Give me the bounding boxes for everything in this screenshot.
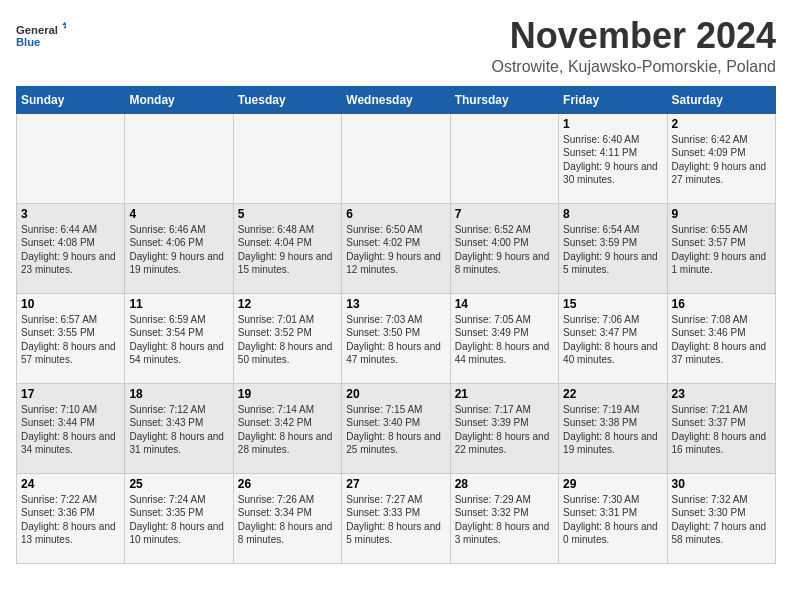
day-number: 23: [672, 387, 771, 401]
calendar-cell-1-4: 7Sunrise: 6:52 AM Sunset: 4:00 PM Daylig…: [450, 203, 558, 293]
day-number: 30: [672, 477, 771, 491]
day-info: Sunrise: 7:29 AM Sunset: 3:32 PM Dayligh…: [455, 493, 554, 547]
day-number: 28: [455, 477, 554, 491]
day-number: 25: [129, 477, 228, 491]
day-info: Sunrise: 7:08 AM Sunset: 3:46 PM Dayligh…: [672, 313, 771, 367]
day-number: 18: [129, 387, 228, 401]
svg-marker-3: [64, 25, 67, 28]
day-info: Sunrise: 6:44 AM Sunset: 4:08 PM Dayligh…: [21, 223, 120, 277]
calendar-cell-2-0: 10Sunrise: 6:57 AM Sunset: 3:55 PM Dayli…: [17, 293, 125, 383]
week-row-4: 17Sunrise: 7:10 AM Sunset: 3:44 PM Dayli…: [17, 383, 776, 473]
calendar-cell-0-1: [125, 113, 233, 203]
calendar-cell-1-0: 3Sunrise: 6:44 AM Sunset: 4:08 PM Daylig…: [17, 203, 125, 293]
day-number: 1: [563, 117, 662, 131]
week-row-2: 3Sunrise: 6:44 AM Sunset: 4:08 PM Daylig…: [17, 203, 776, 293]
logo: General Blue: [16, 16, 66, 56]
calendar-cell-3-0: 17Sunrise: 7:10 AM Sunset: 3:44 PM Dayli…: [17, 383, 125, 473]
day-number: 6: [346, 207, 445, 221]
calendar-cell-0-3: [342, 113, 450, 203]
calendar-cell-3-2: 19Sunrise: 7:14 AM Sunset: 3:42 PM Dayli…: [233, 383, 341, 473]
calendar-cell-4-5: 29Sunrise: 7:30 AM Sunset: 3:31 PM Dayli…: [559, 473, 667, 563]
day-info: Sunrise: 6:59 AM Sunset: 3:54 PM Dayligh…: [129, 313, 228, 367]
day-info: Sunrise: 7:24 AM Sunset: 3:35 PM Dayligh…: [129, 493, 228, 547]
day-info: Sunrise: 7:17 AM Sunset: 3:39 PM Dayligh…: [455, 403, 554, 457]
day-number: 20: [346, 387, 445, 401]
calendar-cell-3-5: 22Sunrise: 7:19 AM Sunset: 3:38 PM Dayli…: [559, 383, 667, 473]
weekday-header-row: SundayMondayTuesdayWednesdayThursdayFrid…: [17, 86, 776, 113]
day-number: 4: [129, 207, 228, 221]
day-number: 12: [238, 297, 337, 311]
day-info: Sunrise: 7:15 AM Sunset: 3:40 PM Dayligh…: [346, 403, 445, 457]
day-info: Sunrise: 7:21 AM Sunset: 3:37 PM Dayligh…: [672, 403, 771, 457]
calendar-cell-4-0: 24Sunrise: 7:22 AM Sunset: 3:36 PM Dayli…: [17, 473, 125, 563]
day-number: 5: [238, 207, 337, 221]
calendar-cell-3-6: 23Sunrise: 7:21 AM Sunset: 3:37 PM Dayli…: [667, 383, 775, 473]
calendar-cell-3-4: 21Sunrise: 7:17 AM Sunset: 3:39 PM Dayli…: [450, 383, 558, 473]
weekday-header-monday: Monday: [125, 86, 233, 113]
calendar-cell-1-6: 9Sunrise: 6:55 AM Sunset: 3:57 PM Daylig…: [667, 203, 775, 293]
day-number: 29: [563, 477, 662, 491]
day-number: 7: [455, 207, 554, 221]
day-info: Sunrise: 6:54 AM Sunset: 3:59 PM Dayligh…: [563, 223, 662, 277]
day-number: 19: [238, 387, 337, 401]
calendar-cell-0-2: [233, 113, 341, 203]
day-info: Sunrise: 7:12 AM Sunset: 3:43 PM Dayligh…: [129, 403, 228, 457]
title-block: November 2024 Ostrowite, Kujawsko-Pomors…: [491, 16, 776, 76]
svg-marker-2: [62, 22, 66, 25]
day-info: Sunrise: 6:57 AM Sunset: 3:55 PM Dayligh…: [21, 313, 120, 367]
calendar-cell-4-3: 27Sunrise: 7:27 AM Sunset: 3:33 PM Dayli…: [342, 473, 450, 563]
day-number: 10: [21, 297, 120, 311]
calendar-cell-2-5: 15Sunrise: 7:06 AM Sunset: 3:47 PM Dayli…: [559, 293, 667, 383]
day-info: Sunrise: 7:14 AM Sunset: 3:42 PM Dayligh…: [238, 403, 337, 457]
week-row-3: 10Sunrise: 6:57 AM Sunset: 3:55 PM Dayli…: [17, 293, 776, 383]
calendar-cell-2-3: 13Sunrise: 7:03 AM Sunset: 3:50 PM Dayli…: [342, 293, 450, 383]
calendar-cell-4-6: 30Sunrise: 7:32 AM Sunset: 3:30 PM Dayli…: [667, 473, 775, 563]
calendar-table: SundayMondayTuesdayWednesdayThursdayFrid…: [16, 86, 776, 564]
day-number: 27: [346, 477, 445, 491]
day-number: 14: [455, 297, 554, 311]
day-info: Sunrise: 6:42 AM Sunset: 4:09 PM Dayligh…: [672, 133, 771, 187]
calendar-cell-3-1: 18Sunrise: 7:12 AM Sunset: 3:43 PM Dayli…: [125, 383, 233, 473]
day-info: Sunrise: 6:50 AM Sunset: 4:02 PM Dayligh…: [346, 223, 445, 277]
svg-text:Blue: Blue: [16, 36, 40, 48]
weekday-header-sunday: Sunday: [17, 86, 125, 113]
day-info: Sunrise: 7:19 AM Sunset: 3:38 PM Dayligh…: [563, 403, 662, 457]
day-number: 3: [21, 207, 120, 221]
day-number: 17: [21, 387, 120, 401]
calendar-cell-3-3: 20Sunrise: 7:15 AM Sunset: 3:40 PM Dayli…: [342, 383, 450, 473]
day-number: 24: [21, 477, 120, 491]
calendar-cell-1-1: 4Sunrise: 6:46 AM Sunset: 4:06 PM Daylig…: [125, 203, 233, 293]
calendar-cell-2-2: 12Sunrise: 7:01 AM Sunset: 3:52 PM Dayli…: [233, 293, 341, 383]
day-info: Sunrise: 7:30 AM Sunset: 3:31 PM Dayligh…: [563, 493, 662, 547]
day-info: Sunrise: 7:03 AM Sunset: 3:50 PM Dayligh…: [346, 313, 445, 367]
day-info: Sunrise: 7:10 AM Sunset: 3:44 PM Dayligh…: [21, 403, 120, 457]
day-info: Sunrise: 7:32 AM Sunset: 3:30 PM Dayligh…: [672, 493, 771, 547]
week-row-1: 1Sunrise: 6:40 AM Sunset: 4:11 PM Daylig…: [17, 113, 776, 203]
weekday-header-saturday: Saturday: [667, 86, 775, 113]
day-number: 26: [238, 477, 337, 491]
day-info: Sunrise: 7:01 AM Sunset: 3:52 PM Dayligh…: [238, 313, 337, 367]
calendar-cell-2-1: 11Sunrise: 6:59 AM Sunset: 3:54 PM Dayli…: [125, 293, 233, 383]
location: Ostrowite, Kujawsko-Pomorskie, Poland: [491, 58, 776, 76]
calendar-cell-4-4: 28Sunrise: 7:29 AM Sunset: 3:32 PM Dayli…: [450, 473, 558, 563]
day-info: Sunrise: 6:40 AM Sunset: 4:11 PM Dayligh…: [563, 133, 662, 187]
day-number: 2: [672, 117, 771, 131]
month-title: November 2024: [491, 16, 776, 56]
weekday-header-friday: Friday: [559, 86, 667, 113]
weekday-header-wednesday: Wednesday: [342, 86, 450, 113]
page-header: General Blue November 2024 Ostrowite, Ku…: [16, 16, 776, 76]
weekday-header-thursday: Thursday: [450, 86, 558, 113]
calendar-cell-1-3: 6Sunrise: 6:50 AM Sunset: 4:02 PM Daylig…: [342, 203, 450, 293]
svg-text:General: General: [16, 24, 58, 36]
calendar-cell-0-6: 2Sunrise: 6:42 AM Sunset: 4:09 PM Daylig…: [667, 113, 775, 203]
calendar-cell-0-5: 1Sunrise: 6:40 AM Sunset: 4:11 PM Daylig…: [559, 113, 667, 203]
calendar-cell-4-2: 26Sunrise: 7:26 AM Sunset: 3:34 PM Dayli…: [233, 473, 341, 563]
day-info: Sunrise: 6:48 AM Sunset: 4:04 PM Dayligh…: [238, 223, 337, 277]
calendar-cell-2-6: 16Sunrise: 7:08 AM Sunset: 3:46 PM Dayli…: [667, 293, 775, 383]
calendar-cell-2-4: 14Sunrise: 7:05 AM Sunset: 3:49 PM Dayli…: [450, 293, 558, 383]
day-info: Sunrise: 6:52 AM Sunset: 4:00 PM Dayligh…: [455, 223, 554, 277]
day-info: Sunrise: 7:26 AM Sunset: 3:34 PM Dayligh…: [238, 493, 337, 547]
day-info: Sunrise: 6:46 AM Sunset: 4:06 PM Dayligh…: [129, 223, 228, 277]
calendar-cell-0-4: [450, 113, 558, 203]
day-number: 11: [129, 297, 228, 311]
